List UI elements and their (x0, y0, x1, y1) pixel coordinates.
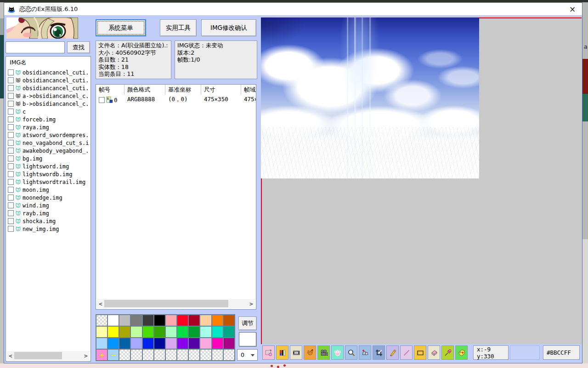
palette-swatch[interactable] (119, 315, 130, 326)
img-list-hscrollbar[interactable]: < > (7, 351, 90, 360)
img-list-item[interactable]: 2lightswordtrail.img (7, 178, 90, 186)
adjust-button[interactable]: 调节 (238, 316, 257, 330)
close-button[interactable]: × (567, 4, 577, 14)
palette-swatch[interactable] (166, 327, 176, 337)
img-list-item[interactable]: 2obsidiancancel_cuti. (7, 84, 90, 92)
palette-swatch-transparent[interactable] (154, 350, 165, 360)
img-item-checkbox[interactable] (8, 101, 14, 107)
titlebar[interactable]: 恋恋のEx黑猫版.6.10 × (4, 3, 582, 15)
palette-swatch[interactable] (119, 338, 130, 349)
palette-swatch[interactable] (212, 327, 223, 337)
palette-swatch[interactable] (177, 338, 188, 349)
utility-tools-button[interactable]: 实用工具 (160, 19, 197, 36)
scroll-right-icon[interactable]: > (82, 351, 90, 360)
img-item-checkbox[interactable] (8, 69, 14, 75)
palette-swatch[interactable] (200, 338, 211, 349)
palette-swatch[interactable] (131, 327, 141, 337)
palette-add-button[interactable]: + (96, 350, 107, 360)
palette-swatch[interactable] (200, 327, 211, 337)
img-list-item[interactable]: 2rayb.img (7, 209, 90, 217)
scroll-track[interactable] (104, 300, 248, 307)
img-list-item[interactable]: 2lightswordb.img (7, 170, 90, 178)
img-item-checkbox[interactable] (8, 85, 14, 91)
crop-button[interactable] (373, 345, 385, 360)
eyedropper-button[interactable] (441, 345, 454, 360)
palette-swatch[interactable] (108, 327, 119, 337)
img-item-checkbox[interactable] (8, 124, 14, 130)
palette-swatch[interactable] (200, 315, 211, 326)
palette-swatch[interactable] (143, 338, 153, 349)
img-item-checkbox[interactable] (8, 93, 14, 99)
palette-swatch[interactable] (212, 338, 223, 349)
img-item-checkbox[interactable] (8, 140, 14, 146)
scroll-left-icon[interactable]: < (97, 299, 104, 308)
tag-button[interactable] (455, 345, 468, 360)
img-item-checkbox[interactable] (8, 116, 14, 122)
scroll-right-icon[interactable]: > (248, 299, 255, 308)
palette-swatch-transparent[interactable] (224, 350, 234, 360)
palette-swatch[interactable] (154, 315, 165, 326)
palette-swatch[interactable] (224, 338, 234, 349)
frame-table-row[interactable]: 0 ARGB8888 (0，0) 475×350 475× (96, 95, 256, 105)
rectangle-button[interactable] (414, 345, 426, 360)
magnifier-button[interactable] (345, 345, 357, 360)
palette-swatch[interactable] (189, 327, 199, 337)
eraser-button[interactable] (428, 345, 440, 360)
palette-swatch[interactable] (143, 315, 153, 326)
img-list-item[interactable]: 2moonedge.img (7, 194, 90, 201)
img-list-item[interactable]: &a->obsidiancancel_c. (7, 92, 90, 100)
img-list-item[interactable]: &b->obsidiancancel_c. (7, 100, 90, 108)
cat-copy-button[interactable] (304, 345, 316, 360)
pencil-button[interactable] (386, 345, 399, 360)
film-strip-button[interactable] (290, 345, 302, 360)
img-list-item[interactable]: 2bg.img (7, 155, 90, 162)
palette-index-select[interactable]: 0 (237, 349, 258, 361)
palette-swatch[interactable] (154, 338, 165, 349)
preview-canvas[interactable] (261, 17, 582, 344)
img-list-item[interactable]: 2atsword_swordempres. (7, 131, 90, 139)
img-item-checkbox[interactable] (8, 187, 14, 193)
find-button[interactable]: 查找 (67, 41, 90, 53)
palette-swatch[interactable] (131, 315, 141, 326)
palette-swatch[interactable] (119, 327, 130, 337)
palette-swatch[interactable] (212, 315, 223, 326)
palette-swatch[interactable] (189, 315, 199, 326)
palette-remove-button[interactable]: − (108, 350, 119, 360)
palette-swatch-transparent[interactable] (212, 350, 223, 360)
frame-table-hscrollbar[interactable]: < > (97, 299, 255, 308)
palette-swatch[interactable] (166, 338, 176, 349)
preview-image[interactable] (261, 17, 479, 178)
scroll-thumb[interactable] (14, 352, 62, 359)
img-item-checkbox[interactable] (8, 77, 14, 83)
palette-swatch-transparent[interactable] (166, 350, 176, 360)
palette-swatch[interactable] (177, 315, 188, 326)
img-item-checkbox[interactable] (8, 171, 14, 177)
palette-swatch[interactable] (166, 315, 176, 326)
palette-swatch[interactable] (143, 327, 153, 337)
palette-swatch[interactable] (96, 338, 107, 349)
palette-swatch-transparent[interactable] (131, 350, 141, 360)
img-list-item[interactable]: 2lightsword.img (7, 162, 90, 170)
img-list-item[interactable]: 2c (7, 108, 90, 115)
img-item-checkbox[interactable] (8, 195, 14, 201)
search-input[interactable] (6, 41, 65, 53)
palette-swatch[interactable] (177, 327, 188, 337)
img-item-checkbox[interactable] (8, 210, 14, 216)
img-list-item[interactable]: 2moon.img (7, 186, 90, 194)
img-item-checkbox[interactable] (8, 132, 14, 138)
paw-button[interactable] (331, 345, 344, 360)
img-item-checkbox[interactable] (8, 202, 14, 208)
img-item-checkbox[interactable] (8, 109, 14, 115)
img-list-item[interactable]: 2forceb.img (7, 115, 90, 123)
img-list-item[interactable]: 2wind.img (7, 201, 90, 209)
image-edit-button[interactable] (262, 345, 275, 360)
img-list-item[interactable]: 2obsidiancancel_cuti. (7, 69, 90, 76)
palette-swatch[interactable] (154, 327, 165, 337)
palette-swatch[interactable] (189, 338, 199, 349)
img-list-item[interactable]: 2new_img.img (7, 225, 90, 233)
palette-bars-button[interactable] (276, 345, 288, 360)
palette-swatch-transparent[interactable] (143, 350, 153, 360)
palette-swatch-transparent[interactable] (200, 350, 211, 360)
scroll-track[interactable] (14, 352, 82, 359)
img-list-item[interactable]: &obsidiancancel_cuti. (7, 76, 90, 84)
